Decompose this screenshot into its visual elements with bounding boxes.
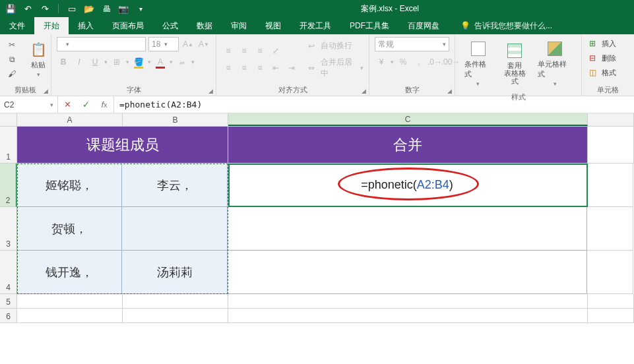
cell-c4[interactable] xyxy=(228,251,587,294)
indent-increase-icon[interactable]: ⇥ xyxy=(285,61,298,75)
align-middle-icon[interactable]: ≡ xyxy=(238,44,251,57)
row-header-1[interactable]: 1 xyxy=(0,127,17,164)
cell-b4[interactable]: 汤莉莉 xyxy=(122,251,228,294)
cell-d5[interactable] xyxy=(588,294,634,309)
chevron-down-icon[interactable]: ▾ xyxy=(191,59,195,65)
worksheet-grid[interactable]: A B C 1 课题组成员 合并 2 姬铭聪， 李云， =phonetic(A2… xyxy=(0,113,634,323)
print-icon[interactable]: 🖶 xyxy=(101,3,111,14)
row-header-5[interactable]: 5 xyxy=(0,294,17,309)
grow-font-icon[interactable]: A▲ xyxy=(181,38,195,51)
orientation-icon[interactable]: ⤢ xyxy=(269,44,282,57)
tab-review[interactable]: 审阅 xyxy=(222,17,256,34)
border-icon[interactable]: ⊞ xyxy=(110,55,123,69)
align-center-icon[interactable]: ≡ xyxy=(238,61,251,75)
qat-more-icon[interactable]: ▾ xyxy=(135,3,146,14)
wrap-text-button[interactable]: ↩自动换行 xyxy=(305,40,364,53)
paste-button[interactable]: 📋 粘贴 ▾ xyxy=(22,38,54,80)
tab-file[interactable]: 文件 xyxy=(0,17,34,34)
bold-button[interactable]: B xyxy=(57,55,70,69)
cut-icon[interactable]: ✂ xyxy=(5,38,18,51)
tab-baidu[interactable]: 百度网盘 xyxy=(398,17,449,34)
col-header-a[interactable]: A xyxy=(17,113,123,126)
cell-d3[interactable] xyxy=(587,207,633,251)
camera-icon[interactable]: 📷 xyxy=(118,3,129,14)
font-name-combo[interactable]: ▾ xyxy=(57,37,146,51)
align-right-icon[interactable]: ≡ xyxy=(253,61,267,75)
font-size-combo[interactable]: 18▾ xyxy=(148,37,179,51)
indent-decrease-icon[interactable]: ⇤ xyxy=(269,61,282,75)
cell-a2[interactable]: 姬铭聪， xyxy=(16,164,122,207)
col-header-spare[interactable] xyxy=(588,113,634,126)
cell-a4[interactable]: 钱开逸， xyxy=(16,251,122,294)
cell-c3[interactable] xyxy=(228,207,587,251)
align-bottom-icon[interactable]: ≡ xyxy=(253,44,267,57)
tab-formulas[interactable]: 公式 xyxy=(153,17,187,34)
increase-decimal-icon[interactable]: .0→ xyxy=(428,55,441,69)
launcher-icon[interactable]: ◢ xyxy=(362,88,366,94)
currency-icon[interactable]: ¥ xyxy=(375,55,388,69)
cell-a5[interactable] xyxy=(17,294,123,309)
cell-b2[interactable]: 李云， xyxy=(122,164,228,207)
merge-center-button[interactable]: ⇔合并后居中▾ xyxy=(305,57,364,79)
col-header-c[interactable]: C xyxy=(228,113,588,126)
tab-developer[interactable]: 开发工具 xyxy=(290,17,340,34)
cell-d6[interactable] xyxy=(588,309,634,323)
select-all-corner[interactable] xyxy=(0,113,17,126)
new-icon[interactable]: ▭ xyxy=(67,3,77,14)
launcher-icon[interactable]: ◢ xyxy=(208,88,213,94)
fx-button[interactable]: fx xyxy=(95,96,113,113)
save-icon[interactable]: 💾 xyxy=(5,3,16,14)
enter-button[interactable]: ✓ xyxy=(77,96,95,113)
col-header-b[interactable]: B xyxy=(123,113,228,126)
cell-c6[interactable] xyxy=(228,309,588,323)
redo-icon[interactable]: ↷ xyxy=(40,3,50,14)
shrink-font-icon[interactable]: A▼ xyxy=(197,38,210,51)
underline-button[interactable]: U xyxy=(88,55,102,69)
tell-me-search[interactable]: 💡 告诉我您想要做什么... xyxy=(449,17,552,34)
tab-data[interactable]: 数据 xyxy=(187,17,222,34)
italic-button[interactable]: I xyxy=(73,55,86,69)
copy-icon[interactable]: ⧉ xyxy=(5,53,18,66)
delete-cells-button[interactable]: ⊟删除 xyxy=(586,51,616,65)
format-cells-button[interactable]: ◫格式 xyxy=(586,66,616,79)
undo-icon[interactable]: ↶ xyxy=(22,3,33,14)
row-header-6[interactable]: 6 xyxy=(0,309,17,323)
insert-cells-button[interactable]: ⊞插入 xyxy=(586,37,616,50)
launcher-icon[interactable]: ◢ xyxy=(447,88,452,94)
font-color-icon[interactable]: A xyxy=(154,55,167,69)
percent-icon[interactable]: % xyxy=(396,55,410,69)
cell-a6[interactable] xyxy=(17,309,123,323)
cell-styles-button[interactable]: 单元格样式 ▾ xyxy=(534,37,576,90)
cell-c5[interactable] xyxy=(228,294,588,309)
phonetic-icon[interactable]: 𝓌 xyxy=(175,55,189,69)
row-header-2[interactable]: 2 xyxy=(0,164,17,207)
align-top-icon[interactable]: ≡ xyxy=(222,44,235,57)
tab-insert[interactable]: 插入 xyxy=(69,17,103,34)
open-icon[interactable]: 📂 xyxy=(84,3,94,14)
cell-b6[interactable] xyxy=(123,309,228,323)
format-table-button[interactable]: 套用 表格格式 xyxy=(497,39,533,88)
conditional-format-button[interactable]: 条件格式 ▾ xyxy=(460,37,496,90)
tab-home[interactable]: 开始 xyxy=(34,17,69,34)
row-header-4[interactable]: 4 xyxy=(0,251,17,294)
chevron-down-icon[interactable]: ▾ xyxy=(170,59,173,65)
cell-a1b1-merged[interactable]: 课题组成员 xyxy=(17,127,228,164)
cancel-button[interactable]: ✕ xyxy=(58,96,77,113)
cell-d1[interactable] xyxy=(588,127,634,164)
cell-b5[interactable] xyxy=(123,294,228,309)
chevron-down-icon[interactable]: ▾ xyxy=(126,59,129,65)
align-left-icon[interactable]: ≡ xyxy=(222,61,235,75)
cell-c1[interactable]: 合并 xyxy=(228,127,588,164)
number-format-combo[interactable]: 常规▾ xyxy=(375,37,449,51)
chevron-down-icon[interactable]: ▾ xyxy=(391,59,394,65)
cell-b3[interactable] xyxy=(122,207,228,251)
row-header-3[interactable]: 3 xyxy=(0,207,17,251)
format-painter-icon[interactable]: 🖌 xyxy=(5,67,18,80)
tab-layout[interactable]: 页面布局 xyxy=(103,17,153,34)
comma-icon[interactable]: , xyxy=(412,55,426,69)
cell-c2[interactable]: =phonetic(A2:B4) xyxy=(228,164,587,207)
cell-d4[interactable] xyxy=(587,251,633,294)
tab-view[interactable]: 视图 xyxy=(256,17,290,34)
tab-pdf[interactable]: PDF工具集 xyxy=(340,17,398,34)
name-box[interactable]: C2 ▾ xyxy=(0,96,58,113)
